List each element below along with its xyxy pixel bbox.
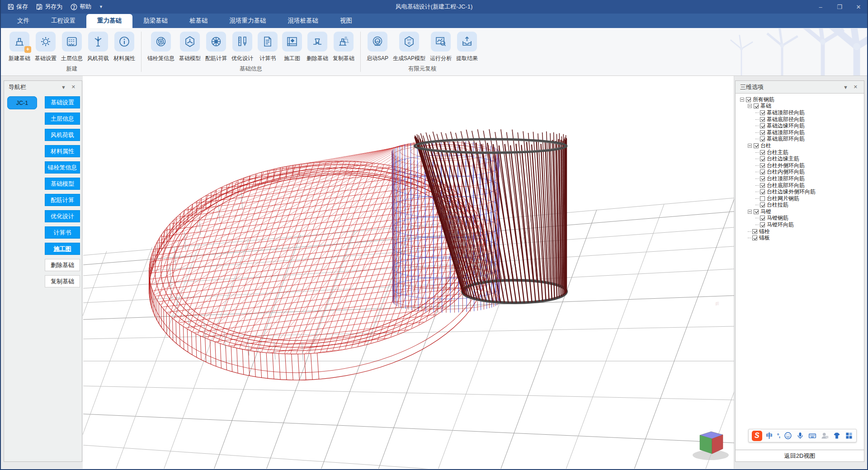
3d-viewport[interactable]: 左前 (83, 76, 734, 469)
ribbon-item[interactable]: 计算书 (255, 32, 280, 62)
tree-checkbox[interactable] (760, 123, 765, 128)
tree-checkbox[interactable] (760, 176, 765, 181)
ribbon-item[interactable]: 复制基础 (330, 32, 357, 62)
tree-row[interactable]: 台柱内侧环向筋 (740, 169, 862, 176)
tree-checkbox[interactable] (760, 196, 765, 201)
tree-row[interactable]: 基础 (740, 103, 862, 110)
tab-5[interactable]: 桩基础 (179, 14, 219, 28)
tree-checkbox[interactable] (760, 136, 765, 141)
chinese-mode-icon[interactable]: 中 (766, 432, 773, 440)
ribbon-item[interactable]: +新建基础 (6, 32, 33, 62)
ribbon-item[interactable]: 基础模型 (177, 32, 203, 62)
tree-row[interactable]: 台柱边缘外侧环向筋 (740, 188, 862, 195)
nav-button[interactable]: 计算书 (45, 226, 80, 239)
nav-button[interactable]: 删除基础 (45, 259, 80, 271)
tree-row[interactable]: 马镫钢筋 (740, 215, 862, 222)
tree-row[interactable]: 台柱顶部环向筋 (740, 175, 862, 182)
ribbon-item[interactable]: 土层信息 (59, 32, 85, 62)
tree-row[interactable]: 台柱边缘主筋 (740, 155, 862, 162)
restore-button[interactable]: ❐ (830, 0, 849, 14)
punctuation-icon[interactable]: °, (777, 432, 780, 439)
tree-expander-icon[interactable] (748, 104, 752, 108)
ribbon-item[interactable]: SAP启动SAP (364, 32, 391, 62)
tree-row[interactable]: 台柱外侧环向筋 (740, 162, 862, 169)
nav-button[interactable]: 基础模型 (45, 178, 80, 190)
tree-row[interactable]: 基础顶部环向筋 (740, 129, 862, 136)
skin-icon[interactable] (833, 432, 841, 440)
ribbon-item[interactable]: 配筋计算 (203, 32, 229, 62)
panel-collapse-icon[interactable]: ▼ (58, 85, 69, 90)
tree-checkbox[interactable] (746, 97, 751, 102)
3d-scene[interactable]: 左前 (83, 76, 734, 469)
nav-button[interactable]: 材料属性 (45, 145, 80, 157)
nav-button[interactable]: 配筋计算 (45, 194, 80, 206)
tree-checkbox[interactable] (752, 229, 757, 234)
tree-checkbox[interactable] (760, 163, 765, 168)
tree-row[interactable]: 基础底部环向筋 (740, 136, 862, 143)
tree-checkbox[interactable] (754, 209, 759, 214)
mic-icon[interactable] (796, 432, 804, 440)
tree-checkbox[interactable] (760, 222, 765, 227)
ribbon-item[interactable]: SAPC生成SAP模型 (391, 32, 428, 62)
tree-checkbox[interactable] (754, 103, 759, 108)
save-button[interactable]: 保存 (5, 1, 31, 12)
tree-row[interactable]: 基础底部径向筋 (740, 116, 862, 123)
tree-row[interactable]: 台柱网片钢筋 (740, 195, 862, 202)
quickbar-caret-icon[interactable]: ▼ (96, 5, 106, 9)
tab-6[interactable]: 混塔重力基础 (219, 14, 277, 28)
tree-checkbox[interactable] (760, 130, 765, 135)
tree-row[interactable]: 台柱拉筋 (740, 202, 862, 209)
tab-1[interactable]: 文件 (6, 14, 40, 28)
nav-button[interactable]: 复制基础 (45, 275, 80, 287)
tree-checkbox[interactable] (760, 150, 765, 155)
tree-checkbox[interactable] (760, 110, 765, 115)
panel-close-icon[interactable]: ✕ (69, 84, 78, 90)
tree-row[interactable]: 马镫 (740, 208, 862, 215)
tree-row[interactable]: 基础顶部径向筋 (740, 109, 862, 116)
tab-2[interactable]: 工程设置 (40, 14, 86, 28)
ribbon-item[interactable]: 提取结果 (454, 32, 480, 62)
nav-button[interactable]: 风机荷载 (45, 129, 80, 141)
tree-checkbox[interactable] (752, 235, 757, 240)
toolbox-icon[interactable] (845, 432, 853, 440)
tree-row[interactable]: 马镫环向筋 (740, 221, 862, 228)
tree-checkbox[interactable] (754, 143, 759, 148)
sogou-logo-icon[interactable]: S (752, 431, 762, 441)
ribbon-item[interactable]: 施工图 (280, 32, 304, 62)
view-cube[interactable]: 左前 (693, 301, 729, 469)
tree-checkbox[interactable] (760, 156, 765, 161)
tree-checkbox[interactable] (760, 216, 765, 221)
tree-checkbox[interactable] (760, 183, 765, 188)
tree-checkbox[interactable] (760, 202, 765, 207)
tree-expander-icon[interactable] (748, 210, 752, 214)
tree-checkbox[interactable] (760, 189, 765, 194)
ribbon-item[interactable]: 材料属性 (111, 32, 137, 62)
ribbon-item[interactable]: 风机荷载 (85, 32, 111, 62)
tab-8[interactable]: 视图 (329, 14, 363, 28)
ribbon-item[interactable]: 删除基础 (304, 32, 330, 62)
tree-row[interactable]: 所有钢筋 (740, 96, 862, 103)
tree-expander-icon[interactable] (748, 144, 752, 148)
emoji-icon[interactable] (784, 432, 792, 440)
nav-button[interactable]: 基础设置 (45, 96, 80, 108)
ribbon-item[interactable]: 基础设置 (33, 32, 59, 62)
nav-button[interactable]: 锚栓笼信息 (45, 161, 80, 174)
tree-checkbox[interactable] (760, 117, 765, 122)
nav-button[interactable]: 土层信息 (45, 113, 80, 125)
ribbon-item[interactable]: 运行分析 (428, 32, 454, 62)
tree-row[interactable]: 台柱主筋 (740, 149, 862, 156)
project-tab-jc1[interactable]: JC-1 (7, 96, 37, 109)
minimize-button[interactable]: – (811, 0, 830, 14)
tree-row[interactable]: 台柱 (740, 142, 862, 149)
keyboard-icon[interactable] (808, 432, 816, 440)
tree-row[interactable]: 锚栓 (740, 228, 862, 235)
tree-checkbox[interactable] (760, 169, 765, 174)
tab-7[interactable]: 混塔桩基础 (277, 14, 330, 28)
close-button[interactable]: ✕ (849, 0, 868, 14)
ribbon-item[interactable]: 锚栓笼信息 (145, 32, 177, 62)
help-button[interactable]: 帮助 (67, 1, 94, 12)
nav-button[interactable]: 施工图 (45, 243, 80, 255)
ribbon-item[interactable]: 优化设计 (229, 32, 255, 62)
back-to-2d-button[interactable]: 返回2D视图 (736, 450, 864, 461)
nav-button[interactable]: 优化设计 (45, 210, 80, 222)
